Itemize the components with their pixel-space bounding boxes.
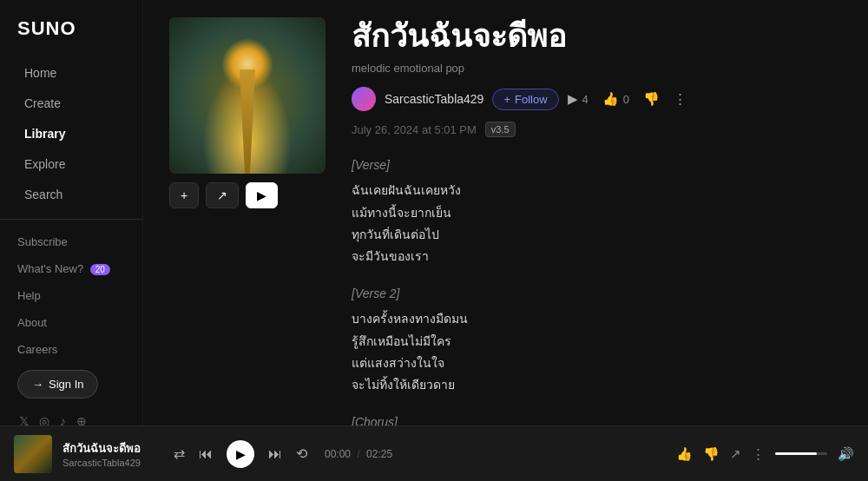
player-dislike-button[interactable]: 👎 [703, 446, 720, 462]
twitter-icon[interactable]: 𝕏 [19, 414, 29, 425]
player-artist: SarcasticTabla429 [62, 458, 149, 468]
song-genre: melodic emotional pop [352, 62, 842, 75]
social-links: 𝕏 ◎ ♪ ⊕ [7, 405, 135, 425]
song-info: สักวันฉันจะดีพอ melodic emotional pop Sa… [352, 17, 842, 425]
verse-1-line-4: จะมีวันของเรา [352, 246, 842, 267]
player-play-button[interactable]: ▶ [227, 440, 254, 468]
total-time: 02:25 [366, 448, 392, 460]
verse-1-line-3: ทุกวันที่เดินต่อไป [352, 224, 842, 246]
verse-1-tag: [Verse] [352, 155, 842, 176]
sidebar-whats-new[interactable]: What's New? 20 [7, 255, 135, 282]
sidebar: SUNO Home Create Library Explore Search … [0, 0, 143, 425]
player-right-controls: 👍 👎 ↗ ⋮ 🔊 [676, 446, 854, 462]
album-art [169, 17, 326, 174]
whats-new-badge: 20 [90, 264, 110, 275]
song-title: สักวันฉันจะดีพอ [352, 17, 842, 55]
discord-icon[interactable]: ⊕ [76, 414, 87, 425]
thumbs-down-icon: 👎 [643, 91, 660, 107]
player-song-info: สักวันฉันจะดีพอ SarcasticTabla429 [62, 439, 149, 468]
song-date: July 26, 2024 at 5:01 PM [352, 123, 477, 136]
play-count-btn[interactable]: ▶ 4 [568, 91, 589, 107]
album-art-container: + ↗ ▶ [169, 17, 326, 208]
prev-button[interactable]: ⏮ [199, 446, 213, 462]
share-button[interactable]: ↗ [206, 182, 239, 208]
verse-2-line-3: แต่แสงสว่างในใจ [352, 353, 842, 374]
volume-icon-button[interactable]: 🔊 [838, 446, 854, 462]
dislike-button[interactable]: 👎 [643, 91, 660, 107]
instagram-icon[interactable]: ◎ [39, 414, 49, 425]
more-button[interactable]: ⋮ [674, 91, 687, 107]
main-nav: Home Create Library Explore Search [0, 57, 142, 210]
artist-row: SarcasticTabla429 + Follow ▶ 4 👍 0 [352, 87, 842, 111]
sign-in-icon: → [32, 378, 43, 391]
player-like-button[interactable]: 👍 [676, 446, 693, 462]
lyrics-chorus: [Chorus] สักวันฉันจะดีพอ [352, 412, 842, 425]
tiktok-icon[interactable]: ♪ [60, 414, 66, 425]
sidebar-divider-1 [0, 219, 142, 220]
nav-home[interactable]: Home [7, 58, 135, 88]
artist-avatar [352, 87, 376, 111]
player-thumbnail [14, 435, 52, 473]
app-logo: SUNO [0, 14, 142, 57]
player-controls: ⇄ ⏮ ▶ ⏭ ⟲ [174, 440, 307, 468]
main-content: + ↗ ▶ สักวันฉันจะดีพอ melodic emotional … [143, 0, 868, 425]
follow-plus-icon: + [503, 93, 510, 106]
follow-button[interactable]: + Follow [492, 89, 558, 110]
like-button[interactable]: 👍 0 [602, 91, 629, 107]
player-bar: สักวันฉันจะดีพอ SarcasticTabla429 ⇄ ⏮ ▶ … [0, 425, 868, 481]
verse-2-tag: [Verse 2] [352, 283, 842, 305]
sign-in-button[interactable]: → Sign In [17, 370, 98, 399]
verse-1-line-1: ฉันเคยฝันฉันเคยหวัง [352, 180, 842, 201]
nav-search[interactable]: Search [7, 180, 135, 209]
nav-explore[interactable]: Explore [7, 149, 135, 179]
artist-name: SarcasticTabla429 [385, 92, 483, 106]
lyrics: [Verse] ฉันเคยฝันฉันเคยหวัง แม้ทางนี้จะย… [352, 155, 842, 425]
loop-button[interactable]: ⟲ [296, 445, 307, 462]
nav-library[interactable]: Library [7, 119, 135, 148]
sidebar-careers[interactable]: Careers [7, 336, 135, 363]
player-share-button[interactable]: ↗ [730, 446, 741, 462]
album-controls: + ↗ ▶ [169, 182, 326, 208]
meta-row: July 26, 2024 at 5:01 PM v3.5 [352, 122, 842, 137]
verse-2-line-4: จะไม่ทิ้งให้เดียวดาย [352, 374, 842, 396]
action-row: ▶ 4 👍 0 👎 ⋮ [568, 91, 687, 107]
play-button[interactable]: ▶ [246, 182, 278, 208]
player-song-title: สักวันฉันจะดีพอ [62, 439, 149, 458]
next-button[interactable]: ⏭ [268, 446, 282, 462]
shuffle-button[interactable]: ⇄ [174, 445, 185, 462]
lyrics-verse-1: [Verse] ฉันเคยฝันฉันเคยหวัง แม้ทางนี้จะย… [352, 155, 842, 267]
chorus-tag: [Chorus] [352, 412, 842, 425]
volume-control[interactable] [775, 452, 827, 455]
volume-fill [775, 452, 817, 455]
time-separator: / [357, 448, 363, 460]
thumbs-up-icon: 👍 [602, 91, 619, 107]
sidebar-footer: Subscribe What's New? 20 Help About Care… [0, 228, 142, 425]
sidebar-about[interactable]: About [7, 309, 135, 336]
album-art-visual [169, 17, 326, 174]
lyrics-verse-2: [Verse 2] บางครั้งหลงทางมืดมน รู้สึกเหมื… [352, 283, 842, 396]
song-header: + ↗ ▶ สักวันฉันจะดีพอ melodic emotional … [169, 17, 842, 425]
add-button[interactable]: + [169, 182, 199, 208]
player-more-button[interactable]: ⋮ [752, 446, 765, 462]
current-time: 00:00 [325, 448, 351, 460]
play-icon: ▶ [568, 91, 578, 107]
player-time: 00:00 / 02:25 [325, 448, 392, 460]
version-badge: v3.5 [485, 122, 516, 137]
more-icon: ⋮ [674, 91, 687, 107]
nav-create[interactable]: Create [7, 89, 135, 118]
verse-2-line-1: บางครั้งหลงทางมืดมน [352, 308, 842, 330]
verse-1-line-2: แม้ทางนี้จะยากเย็น [352, 202, 842, 224]
verse-2-line-2: รู้สึกเหมือนไม่มีใคร [352, 331, 842, 353]
sidebar-subscribe[interactable]: Subscribe [7, 228, 135, 255]
sidebar-help[interactable]: Help [7, 282, 135, 309]
